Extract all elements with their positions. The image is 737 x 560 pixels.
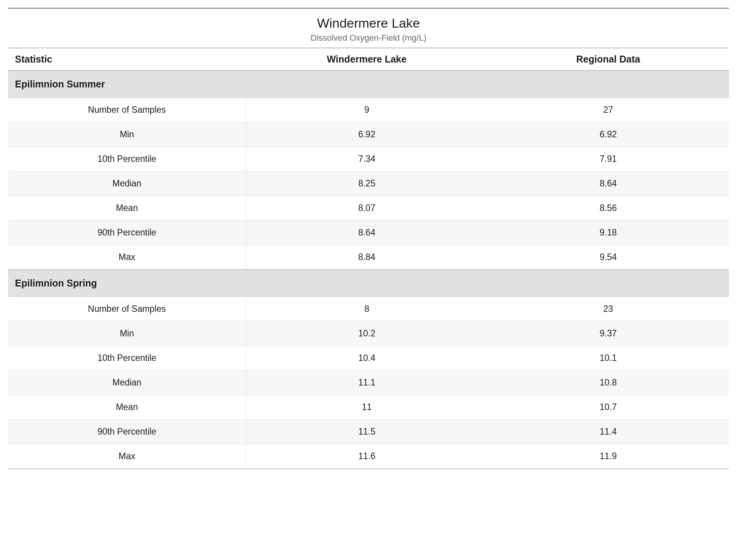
group-header-row: Epilimnion Summer [8,71,729,98]
stat-label: 10th Percentile [8,147,246,171]
table-row: Median 8.25 8.64 [8,171,729,196]
stat-value-regional: 11.4 [487,420,729,444]
group-epilimnion-spring: Epilimnion Spring Number of Samples 8 23… [8,270,729,469]
stat-label: Max [8,444,246,469]
table-row: Median 11.1 10.8 [8,371,729,395]
stat-label: Mean [8,196,246,221]
stat-value-lake: 7.34 [246,147,487,171]
stat-value-lake: 8.84 [246,245,487,270]
stat-value-regional: 8.56 [487,196,729,221]
stat-label: Max [8,245,246,270]
table-title: Windermere Lake [8,16,729,31]
stat-value-lake: 10.4 [246,346,487,371]
stat-value-lake: 9 [246,98,487,122]
stat-label: 10th Percentile [8,346,246,371]
table-row: Number of Samples 8 23 [8,297,729,321]
stat-label: Number of Samples [8,98,246,122]
table-row: Mean 11 10.7 [8,395,729,420]
stat-value-regional: 27 [487,98,729,122]
stat-value-lake: 8.07 [246,196,487,221]
stat-value-regional: 7.91 [487,147,729,171]
stat-value-lake: 6.92 [246,122,487,147]
stat-label: Min [8,321,246,346]
col-header-regional: Regional Data [487,48,729,71]
stat-value-regional: 9.37 [487,321,729,346]
table-title-block: Windermere Lake Dissolved Oxygen-Field (… [8,9,729,48]
table-row: Min 6.92 6.92 [8,122,729,147]
stat-value-regional: 9.18 [487,221,729,245]
stat-label: 90th Percentile [8,221,246,245]
col-header-lake: Windermere Lake [246,48,487,71]
stat-label: Mean [8,395,246,420]
group-header-row: Epilimnion Spring [8,270,729,297]
stat-value-regional: 11.9 [487,444,729,469]
stat-value-regional: 8.64 [487,171,729,196]
table-row: 10th Percentile 10.4 10.1 [8,346,729,371]
stat-value-lake: 8.25 [246,171,487,196]
stat-value-lake: 11 [246,395,487,420]
stat-value-lake: 11.1 [246,371,487,395]
stat-label: Median [8,371,246,395]
table-row: 10th Percentile 7.34 7.91 [8,147,729,171]
stat-value-lake: 8 [246,297,487,321]
table-row: Max 11.6 11.9 [8,444,729,469]
stat-value-lake: 11.5 [246,420,487,444]
stat-label: 90th Percentile [8,420,246,444]
stat-value-regional: 9.54 [487,245,729,270]
table-subtitle: Dissolved Oxygen-Field (mg/L) [8,33,729,43]
stat-label: Median [8,171,246,196]
table-row: Mean 8.07 8.56 [8,196,729,221]
column-header-row: Statistic Windermere Lake Regional Data [8,48,729,71]
stat-value-regional: 10.8 [487,371,729,395]
stat-value-regional: 6.92 [487,122,729,147]
stat-value-regional: 10.1 [487,346,729,371]
table-row: Min 10.2 9.37 [8,321,729,346]
table-row: 90th Percentile 11.5 11.4 [8,420,729,444]
table-row: Max 8.84 9.54 [8,245,729,270]
stat-value-lake: 10.2 [246,321,487,346]
stat-value-regional: 23 [487,297,729,321]
stat-value-lake: 8.64 [246,221,487,245]
stat-label: Number of Samples [8,297,246,321]
col-header-statistic: Statistic [8,48,246,71]
stat-value-regional: 10.7 [487,395,729,420]
table-row: 90th Percentile 8.64 9.18 [8,221,729,245]
stat-value-lake: 11.6 [246,444,487,469]
stat-label: Min [8,122,246,147]
group-header-label: Epilimnion Spring [8,270,729,297]
stats-table: Statistic Windermere Lake Regional Data … [8,48,729,469]
table-row: Number of Samples 9 27 [8,98,729,122]
group-header-label: Epilimnion Summer [8,71,729,98]
group-epilimnion-summer: Epilimnion Summer Number of Samples 9 27… [8,71,729,270]
stats-table-container: Windermere Lake Dissolved Oxygen-Field (… [8,8,729,469]
